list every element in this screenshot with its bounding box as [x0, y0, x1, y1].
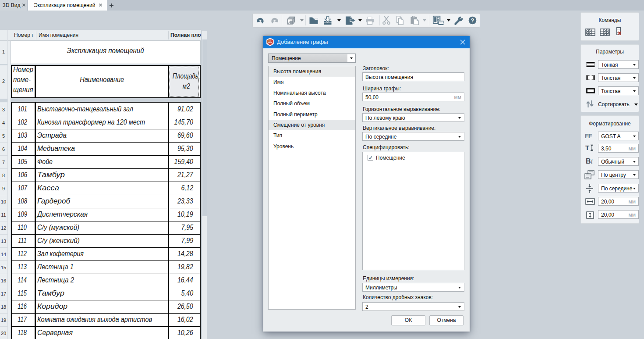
svg-text:T: T — [585, 144, 589, 151]
svg-text:?: ? — [471, 17, 474, 24]
